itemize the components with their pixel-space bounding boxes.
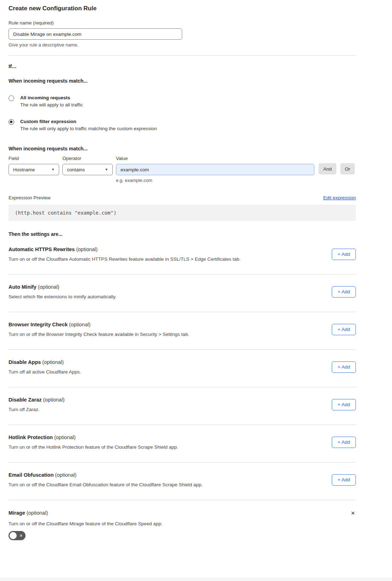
bottom-edge-strip: [0, 578, 392, 581]
setting-name: Browser Integrity Check: [9, 322, 68, 327]
setting-row-browser-integrity-check: Browser Integrity Check (optional) Turn …: [9, 312, 356, 350]
radio-label: All incoming requests: [20, 95, 83, 100]
setting-name: Hotlink Protection: [9, 435, 53, 440]
rule-name-input[interactable]: [9, 28, 182, 40]
expression-preview-header: Expression Preview Edit expression: [9, 195, 356, 200]
setting-row-hotlink-protection: Hotlink Protection (optional) Turn on or…: [9, 425, 356, 463]
page-title: Create new Configuration Rule: [9, 0, 356, 12]
edit-expression-link[interactable]: Edit expression: [323, 195, 356, 200]
setting-description: Turn off all active Cloudflare Apps.: [9, 369, 325, 375]
if-heading: If...: [9, 63, 356, 70]
match-heading-2: When incoming requests match...: [9, 146, 356, 151]
radio-label: Custom filter expression: [20, 119, 157, 124]
setting-row-email-obfuscation: Email Obfuscation (optional) Turn on or …: [9, 463, 356, 500]
then-settings-heading: Then the settings are...: [9, 231, 356, 237]
field-select[interactable]: Hostname ▼: [9, 164, 59, 175]
setting-name: Disable Zaraz: [9, 397, 42, 403]
operator-label: Operator: [62, 156, 113, 161]
add-button-browser-integrity-check[interactable]: + Add: [332, 324, 356, 335]
setting-row-automatic-https-rewrites: Automatic HTTPS Rewrites (optional) Turn…: [9, 237, 356, 275]
optional-tag: (optional): [38, 284, 59, 290]
optional-tag: (optional): [42, 359, 63, 365]
radio-custom-filter-expression[interactable]: Custom filter expression The rule will o…: [9, 119, 356, 131]
value-label: Value: [116, 156, 314, 161]
rule-name-label: Rule name (required): [9, 20, 356, 26]
configuration-rule-form: Create new Configuration Rule Rule name …: [9, 0, 356, 540]
setting-description: Turn on or off the Cloudflare Mirage fea…: [9, 521, 356, 526]
expression-preview-code: (http.host contains "example.com"): [9, 205, 356, 221]
setting-description: Turn on or off the Hotlink Protection fe…: [9, 444, 325, 450]
add-button-disable-apps[interactable]: + Add: [332, 361, 356, 373]
optional-tag: (optional): [69, 322, 90, 327]
add-button-email-obfuscation[interactable]: + Add: [332, 474, 356, 486]
optional-tag: (optional): [76, 247, 97, 252]
radio-description: The rule will only apply to traffic matc…: [20, 126, 157, 131]
setting-row-disable-zaraz: Disable Zaraz (optional) Turn off Zaraz.…: [9, 387, 356, 425]
setting-name: Automatic HTTPS Rewrites: [9, 247, 75, 252]
section-divider: [9, 55, 356, 56]
match-heading-1: When incoming requests match...: [9, 78, 356, 84]
and-button[interactable]: And: [319, 163, 336, 175]
setting-description: Turn on or off the Browser Integrity Che…: [9, 332, 325, 337]
expression-builder-row: Field Hostname ▼ Operator contains ▼ Val…: [9, 156, 356, 183]
setting-description: Turn on or off the Cloudflare Automatic …: [9, 256, 325, 262]
toggle-knob: [10, 532, 17, 539]
value-input[interactable]: [116, 164, 314, 175]
rule-name-group: Rule name (required) Give your rule a de…: [9, 20, 356, 48]
chevron-down-icon: ▼: [105, 168, 108, 171]
setting-name: Email Obfuscation: [9, 472, 54, 478]
or-button[interactable]: Or: [340, 163, 355, 175]
rule-name-helper: Give your rule a descriptive name.: [9, 42, 356, 48]
optional-tag: (optional): [43, 397, 65, 403]
operator-select-value: contains: [67, 167, 85, 172]
setting-name: Mirage: [9, 510, 25, 516]
setting-name: Disable Apps: [9, 359, 41, 365]
radio-checked-icon[interactable]: [9, 119, 14, 125]
operator-select[interactable]: contains ▼: [62, 164, 113, 175]
add-button-hotlink-protection[interactable]: + Add: [332, 437, 356, 448]
field-label: Field: [9, 156, 59, 161]
setting-name: Auto Minify: [9, 284, 37, 290]
setting-row-mirage: Mirage (optional) ✕ Turn on or off the C…: [9, 500, 356, 540]
setting-description: Select which file extensions to minify a…: [9, 294, 325, 299]
toggle-off-x-icon: ✕: [19, 534, 23, 538]
value-helper: e.g. example.com: [116, 178, 314, 183]
field-select-value: Hostname: [13, 167, 35, 172]
optional-tag: (optional): [27, 510, 48, 516]
optional-tag: (optional): [54, 435, 75, 440]
radio-description: The rule will apply to all traffic: [20, 102, 83, 107]
close-icon[interactable]: ✕: [350, 510, 356, 517]
add-button-automatic-https-rewrites[interactable]: + Add: [332, 249, 356, 260]
chevron-down-icon: ▼: [51, 168, 55, 171]
setting-description: Turn on or off the Cloudflare Email Obfu…: [9, 482, 325, 487]
setting-description: Turn off Zaraz.: [9, 407, 325, 412]
setting-row-auto-minify: Auto Minify (optional) Select which file…: [9, 275, 356, 312]
add-button-disable-zaraz[interactable]: + Add: [332, 399, 356, 410]
setting-row-disable-apps: Disable Apps (optional) Turn off all act…: [9, 350, 356, 387]
optional-tag: (optional): [55, 472, 76, 478]
add-button-auto-minify[interactable]: + Add: [332, 286, 356, 298]
mirage-toggle-off[interactable]: ✕: [9, 531, 26, 540]
expression-preview-label: Expression Preview: [9, 195, 51, 200]
radio-all-incoming-requests[interactable]: All incoming requests The rule will appl…: [9, 95, 356, 107]
radio-unchecked-icon[interactable]: [9, 95, 14, 101]
